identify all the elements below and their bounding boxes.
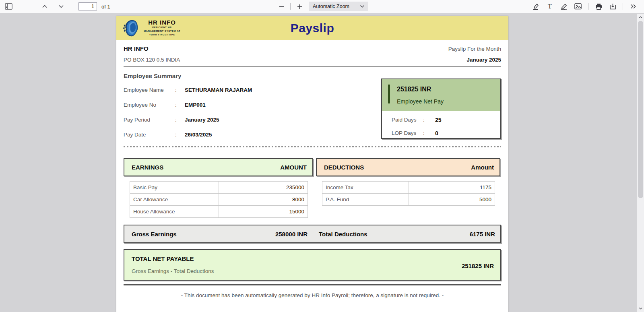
employee-summary-heading: Employee Summary [124,72,381,79]
highlight-tool-button[interactable] [530,1,541,12]
field-label: Pay Period [124,116,175,124]
field-colon: : [175,131,185,139]
summary-row-employee-name: Employee Name : SETHURAMAN RAJARAM [124,86,381,94]
deductions-header: DEDUCTIONS Amount [316,158,500,176]
field-value: 26/03/2025 [185,131,212,139]
earning-amount: 235000 [219,182,308,194]
field-colon: : [175,86,185,94]
field-label: Employee No [124,101,175,109]
earnings-table: Basic Pay 235000 Car Allowance 8000 Hous… [130,181,308,218]
zoom-level-dropdown[interactable]: Automatic Zoom [309,2,368,11]
earning-name: Basic Pay [130,182,219,194]
table-row: Income Tax 1175 [322,182,495,194]
paid-days-row: Paid Days : 25 [382,116,500,124]
page-number-input[interactable] [78,2,97,10]
field-colon: : [423,129,435,137]
total-net-payable-formula: Gross Earnings - Total Deductions [132,268,494,274]
field-label: Pay Date [124,131,175,139]
company-name: HR INFO [124,45,149,52]
field-value: SETHURAMAN RAJARAM [185,86,252,94]
more-tools-button[interactable] [628,1,638,12]
field-label: Employee Name [124,86,175,94]
deduction-name: Income Tax [322,182,409,194]
total-net-payable-label: TOTAL NET PAYABLE [132,255,494,262]
page-count-label: of 1 [101,4,110,10]
total-net-payable-amount: 251825 INR [462,262,494,269]
summary-row-pay-period: Pay Period : January 2025 [124,116,381,124]
deduction-amount: 1175 [409,182,495,194]
draw-tool-button[interactable] [559,1,569,12]
field-value: EMP001 [185,101,206,109]
zoom-out-button[interactable] [276,1,287,12]
earning-amount: 15000 [219,206,308,218]
net-pay-accent-bar [388,85,390,103]
earning-name: House Allowance [130,206,219,218]
next-page-button[interactable] [56,1,66,12]
toolbar-separator [623,3,623,10]
text-tool-button[interactable]: T [545,1,555,12]
toolbar-separator [588,3,588,10]
save-button[interactable] [607,1,618,12]
totals-row: Gross Earnings 258000 INR Total Deductio… [124,225,501,243]
vertical-scrollbar[interactable] [637,14,644,312]
highlighter-icon [533,3,539,10]
total-net-payable-box: TOTAL NET PAYABLE Gross Earnings - Total… [124,249,501,281]
field-colon: : [175,116,185,124]
earnings-header-label: EARNINGS [132,164,163,171]
earning-name: Car Allowance [130,194,219,206]
payslip-month-value: January 2025 [466,57,501,63]
paid-days-label: Paid Days [392,116,423,124]
total-deductions-label: Total Deductions [319,231,367,238]
text-icon: T [548,3,552,10]
deductions-table: Income Tax 1175 P.A. Fund 5000 [322,181,495,206]
table-row: Basic Pay 235000 [130,182,308,194]
toolbar-separator [53,3,53,10]
field-value: January 2025 [185,116,219,124]
payslip-banner: HR INFO EFFICIENT HR MANAGEMENT SYSTEM A… [116,16,508,40]
company-address: PO BOX 120 0.5 INDIA [124,57,180,63]
scroll-down-arrow[interactable] [637,305,644,312]
earnings-amount-header: AMOUNT [280,164,307,171]
auto-generated-notice: - This document has been automatically g… [124,292,501,298]
total-deductions-value: 6175 INR [470,231,495,238]
lop-days-label: LOP Days [392,129,423,137]
net-pay-caption: Employee Net Pay [397,98,444,105]
table-row: Car Allowance 8000 [130,194,308,206]
payslip-for-month-label: Payslip For the Month [448,46,501,52]
lop-days-row: LOP Days : 0 [382,129,500,137]
scrollbar-thumb[interactable] [638,21,643,198]
previous-page-button[interactable] [39,1,50,12]
payslip-page: HR INFO EFFICIENT HR MANAGEMENT SYSTEM A… [116,16,508,312]
sidebar-toggle-icon [5,3,12,10]
net-pay-header: 251825 INR Employee Net Pay [382,79,500,111]
field-colon: : [423,116,435,124]
earning-amount: 8000 [219,194,308,206]
footer-divider [124,284,501,285]
paid-days-value: 25 [435,116,442,124]
pdf-viewer-toolbar: of 1 Automatic Zoom [0,0,644,13]
deduction-name: P.A. Fund [322,194,409,206]
image-tool-button[interactable] [573,1,583,12]
gross-earnings-value: 258000 INR [275,231,308,238]
chevron-up-icon [42,4,47,9]
toolbar-separator [290,3,291,10]
deductions-header-label: DEDUCTIONS [324,164,364,171]
zoom-in-button[interactable] [294,1,305,12]
payslip-title: Payslip [116,21,508,35]
table-row: P.A. Fund 5000 [322,194,495,206]
gross-earnings-label: Gross Earnings [132,231,177,238]
image-icon [574,3,582,10]
download-icon [609,3,616,10]
summary-row-employee-no: Employee No : EMP001 [124,101,381,109]
deduction-amount: 5000 [409,194,495,206]
plus-icon [297,4,302,9]
dotted-divider [124,146,501,147]
print-button[interactable] [593,1,604,12]
sidebar-toggle-button[interactable] [3,1,14,12]
scroll-up-arrow[interactable] [637,14,644,21]
table-row: House Allowance 15000 [130,206,308,218]
minus-icon [279,4,284,9]
pdf-viewer-canvas-area: HR INFO EFFICIENT HR MANAGEMENT SYSTEM A… [0,14,644,312]
lop-days-value: 0 [435,129,438,137]
chevron-down-icon [360,5,365,8]
